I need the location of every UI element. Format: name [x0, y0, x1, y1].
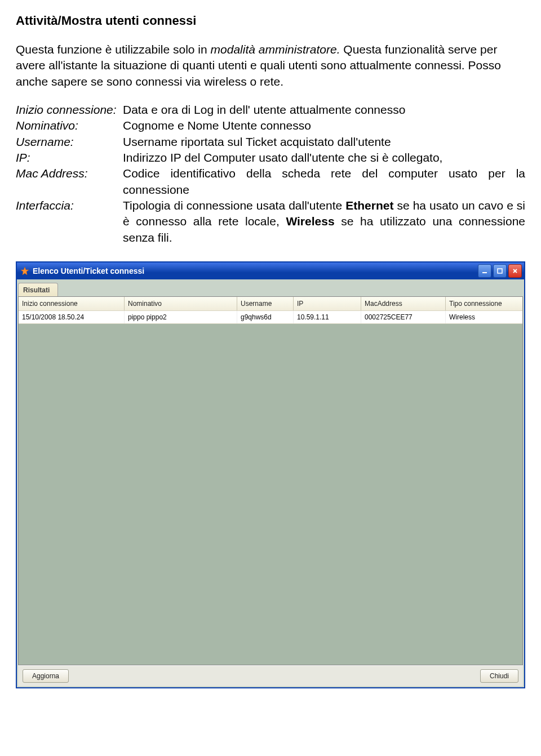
window: Elenco Utenti/Ticket connessi Risultati … — [16, 261, 525, 688]
definition-row: Interfaccia:Tipologia di connessione usa… — [16, 198, 525, 246]
intro-italic: modalità amministratore. — [211, 43, 340, 56]
svg-marker-0 — [21, 267, 29, 275]
intro-paragraph: Questa funzione è utilizzabile solo in m… — [16, 42, 525, 90]
results-grid: Inizio connessioneNominativoUsernameIPMa… — [18, 296, 523, 665]
grid-empty-area — [19, 324, 522, 665]
definition-row: Inizio connessione:Data e ora di Log in … — [16, 102, 525, 118]
refresh-button[interactable]: Aggiorna — [23, 669, 69, 683]
definition-term: Mac Address: — [16, 166, 123, 181]
column-header[interactable]: Nominativo — [125, 297, 237, 310]
table-cell: Wireless — [446, 311, 522, 323]
table-cell: 10.59.1.11 — [294, 311, 361, 323]
column-header[interactable]: Inizio connessione — [19, 297, 125, 310]
definition-row: Username:Username riportata sul Ticket a… — [16, 134, 525, 150]
table-cell: g9qhws6d — [237, 311, 294, 323]
table-cell: 15/10/2008 18.50.24 — [19, 311, 125, 323]
definition-desc: Codice identificativo della scheda rete … — [123, 166, 525, 198]
close-button[interactable] — [508, 264, 522, 278]
definition-desc: Username riportata sul Ticket acquistato… — [123, 134, 525, 150]
definition-row: Nominativo:Cognome e Nome Utente conness… — [16, 118, 525, 134]
definition-desc: Tipologia di connessione usata dall'uten… — [123, 198, 525, 246]
definition-row: IP:Indirizzo IP del Computer usato dall'… — [16, 150, 525, 166]
definition-desc: Cognome e Nome Utente connesso — [123, 118, 525, 134]
definition-term: Nominativo: — [16, 118, 123, 134]
titlebar: Elenco Utenti/Ticket connessi — [17, 263, 524, 279]
svg-rect-2 — [498, 269, 502, 273]
definition-term: IP: — [16, 150, 123, 166]
tab-results[interactable]: Risultati — [18, 283, 58, 296]
table-cell: 0002725CEE77 — [361, 311, 446, 323]
definition-desc: Data e ora di Log in dell' utente attual… — [123, 102, 525, 118]
tab-strip: Risultati — [18, 281, 523, 296]
table-row[interactable]: 15/10/2008 18.50.24pippo pippo2g9qhws6d1… — [19, 310, 522, 324]
maximize-button[interactable] — [493, 264, 507, 278]
window-title: Elenco Utenti/Ticket connessi — [33, 266, 478, 275]
minimize-button[interactable] — [478, 264, 491, 278]
definition-term: Username: — [16, 134, 123, 150]
column-header[interactable]: Tipo connessione — [446, 297, 522, 310]
column-header[interactable]: IP — [294, 297, 361, 310]
bottom-bar: Aggiorna Chiudi — [18, 665, 523, 686]
definitions-list: Inizio connessione:Data e ora di Log in … — [16, 102, 525, 246]
page-title: Attività/Mostra utenti connessi — [16, 14, 525, 28]
definition-term: Inizio connessione: — [16, 102, 123, 118]
definition-row: Mac Address:Codice identificativo della … — [16, 166, 525, 198]
close-dialog-button[interactable]: Chiudi — [480, 669, 518, 683]
app-icon — [20, 266, 29, 275]
definition-term: Interfaccia: — [16, 198, 123, 214]
svg-rect-1 — [482, 272, 487, 273]
column-header[interactable]: Username — [237, 297, 294, 310]
grid-header: Inizio connessioneNominativoUsernameIPMa… — [19, 297, 522, 310]
intro-text-before: Questa funzione è utilizzabile solo in — [16, 43, 211, 56]
table-cell: pippo pippo2 — [125, 311, 237, 323]
column-header[interactable]: MacAddress — [361, 297, 446, 310]
window-client: Risultati Inizio connessioneNominativoUs… — [17, 279, 524, 687]
definition-desc: Indirizzo IP del Computer usato dall'ute… — [123, 150, 525, 166]
